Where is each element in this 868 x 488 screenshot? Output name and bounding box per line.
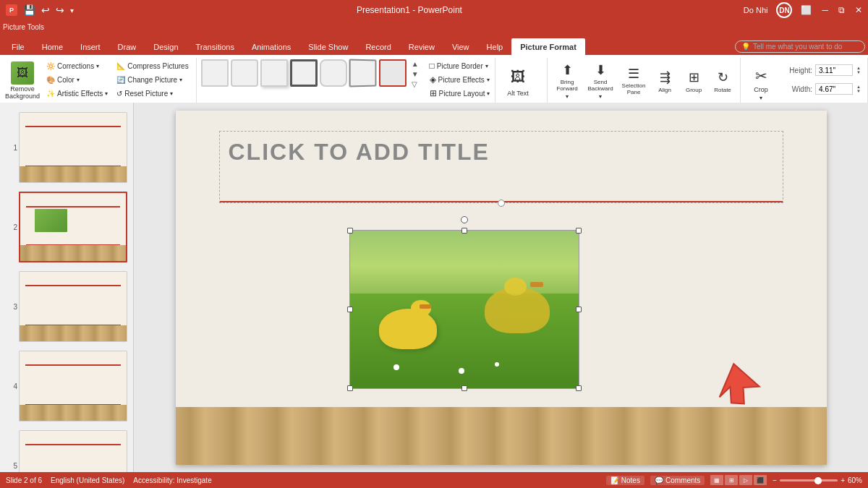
canvas-area[interactable]: CLICK TO ADD TITLE <box>134 103 868 472</box>
undo-button[interactable]: ↩ <box>40 4 51 16</box>
tab-draw[interactable]: Draw <box>109 38 145 55</box>
arrange-content: ⬆ Bring Forward ▾ ⬇ Send Backward ▾ ☰ Se… <box>552 59 736 103</box>
slide-thumbnail-3[interactable] <box>19 271 127 342</box>
slide3-wood-floor <box>20 325 127 341</box>
style-thumb-6[interactable] <box>349 59 376 87</box>
handle-top-center[interactable] <box>461 228 467 234</box>
close-button[interactable]: ✕ <box>855 5 862 15</box>
width-down[interactable]: ▼ <box>856 89 861 93</box>
bring-forward-button[interactable]: ⬆ Bring Forward ▾ <box>552 59 582 103</box>
notes-button[interactable]: 📝 Notes <box>606 476 644 485</box>
reset-picture-button[interactable]: ↺ Reset Picture ▾ <box>114 87 191 100</box>
tab-help[interactable]: Help <box>478 38 512 55</box>
align-button[interactable]: ⇶ Align <box>652 59 678 103</box>
style-thumb-3[interactable] <box>260 59 288 87</box>
slide-thumbnail-4[interactable] <box>19 351 127 421</box>
picture-border-button[interactable]: □ Picture Border ▾ <box>427 59 493 72</box>
style-thumb-4[interactable] <box>290 59 318 87</box>
tab-record[interactable]: Record <box>357 38 399 55</box>
group-button[interactable]: ⊞ Group <box>681 59 707 103</box>
change-picture-button[interactable]: 🔄 Change Picture ▾ <box>114 73 191 86</box>
color-button[interactable]: 🎨 Color ▾ <box>43 73 111 86</box>
remove-background-button[interactable]: 🖼 Remove Background <box>4 59 41 103</box>
minimize-button[interactable]: ─ <box>822 5 828 15</box>
reading-view-button[interactable]: ▷ <box>739 475 752 485</box>
handle-top-left[interactable] <box>347 228 353 234</box>
alt-text-button[interactable]: 🖼 Alt Text <box>500 59 536 103</box>
picture-effects-button[interactable]: ◈ Picture Effects ▾ <box>427 73 493 86</box>
customize-qat-button[interactable]: ▾ <box>69 7 75 14</box>
handle-middle-left[interactable] <box>347 307 353 312</box>
handle-bottom-center[interactable] <box>461 385 467 391</box>
tab-file[interactable]: File <box>3 38 33 55</box>
quick-access-toolbar: 💾 ↩ ↪ ▾ <box>22 4 75 16</box>
ribbon-display-button[interactable]: ⬜ <box>801 5 812 15</box>
slideshow-button[interactable]: ⬛ <box>754 475 767 485</box>
crop-button[interactable]: ✂ Crop ▾ <box>746 62 775 106</box>
corrections-button[interactable]: 🔆 Corrections ▾ <box>43 59 111 72</box>
send-backward-button[interactable]: ⬇ Send Backward ▾ <box>585 59 616 103</box>
style-thumb-1[interactable] <box>201 59 229 87</box>
redo-button[interactable]: ↪ <box>54 4 66 16</box>
zoom-out-button[interactable]: − <box>773 476 777 484</box>
tab-animations[interactable]: Animations <box>243 38 299 55</box>
height-down[interactable]: ▼ <box>856 70 861 74</box>
language-info: English (United States) <box>51 476 124 484</box>
styles-scroll-down[interactable]: ▼ <box>409 69 421 79</box>
tab-slideshow[interactable]: Slide Show <box>299 38 357 55</box>
style-thumb-7[interactable] <box>379 59 407 87</box>
slide-thumbnail-1[interactable] <box>19 112 127 183</box>
slide-title-text[interactable]: CLICK TO ADD TITLE <box>220 132 783 173</box>
tab-picture-format[interactable]: Picture Format <box>511 38 585 55</box>
slide-title-area[interactable]: CLICK TO ADD TITLE <box>219 131 783 203</box>
height-input[interactable] <box>815 64 853 76</box>
tab-insert[interactable]: Insert <box>72 38 109 55</box>
tab-view[interactable]: View <box>443 38 478 55</box>
zoom-slider-thumb[interactable] <box>814 477 822 484</box>
user-avatar[interactable]: DN <box>776 2 792 18</box>
comments-button[interactable]: 💬 Comments <box>650 476 705 485</box>
width-input[interactable] <box>815 83 853 95</box>
normal-view-button[interactable]: ▦ <box>710 475 723 485</box>
width-spinner[interactable]: ▲ ▼ <box>856 85 861 93</box>
slide-title-rotate-handle[interactable] <box>498 200 505 207</box>
styles-more-button[interactable]: ▽ <box>409 80 421 89</box>
rotate-button[interactable]: ↻ Rotate <box>710 59 736 103</box>
tab-design[interactable]: Design <box>145 38 187 55</box>
height-row: Height: ▲ ▼ <box>780 62 861 78</box>
slide-canvas[interactable]: CLICK TO ADD TITLE <box>176 111 827 465</box>
slide-sorter-button[interactable]: ⊞ <box>725 475 738 485</box>
slide-image-container[interactable] <box>349 230 579 389</box>
handle-bottom-left[interactable] <box>347 385 353 391</box>
zoom-in-button[interactable]: + <box>841 476 845 484</box>
picture-layout-button[interactable]: ⊞ Picture Layout ▾ <box>427 87 493 100</box>
user-name: Do Nhi <box>744 6 768 14</box>
selection-pane-button[interactable]: ☰ Selection Pane <box>618 59 649 103</box>
artistic-effects-button[interactable]: ✨ Artistic Effects ▾ <box>43 87 111 100</box>
styles-scroll-up[interactable]: ▲ <box>409 59 421 69</box>
handle-middle-right[interactable] <box>576 307 582 312</box>
style-thumb-2[interactable] <box>231 59 258 87</box>
duckling2-body <box>485 287 550 333</box>
slide-panel[interactable]: 1 2 3 <box>0 103 134 472</box>
slide-thumbnail-5[interactable] <box>19 430 127 472</box>
tell-me-bar[interactable]: 💡 Tell me what you want to do <box>735 40 865 53</box>
height-spinner[interactable]: ▲ ▼ <box>856 66 861 74</box>
tab-home[interactable]: Home <box>33 38 72 55</box>
accessibility-info[interactable]: Accessibility: Investigate <box>133 476 211 484</box>
handle-top-right[interactable] <box>576 228 582 234</box>
status-right: 📝 Notes 💬 Comments ▦ ⊞ ▷ ⬛ − + 60% <box>606 475 862 485</box>
picture-tools-bar: Picture Tools <box>0 20 868 33</box>
handle-bottom-right[interactable] <box>576 385 582 391</box>
zoom-slider[interactable] <box>780 479 838 481</box>
slide-number-2: 2 <box>6 223 17 231</box>
picture-effects-label: Picture Effects <box>438 76 485 84</box>
style-thumb-5[interactable] <box>320 59 347 87</box>
restore-button[interactable]: ⧉ <box>838 5 845 15</box>
slide-thumbnail-2[interactable] <box>19 192 127 262</box>
tab-review[interactable]: Review <box>400 38 443 55</box>
compress-pictures-button[interactable]: 📐 Compress Pictures <box>114 59 191 72</box>
save-button[interactable]: 💾 <box>22 4 37 16</box>
rotate-handle[interactable] <box>461 216 468 223</box>
tab-transitions[interactable]: Transitions <box>187 38 243 55</box>
